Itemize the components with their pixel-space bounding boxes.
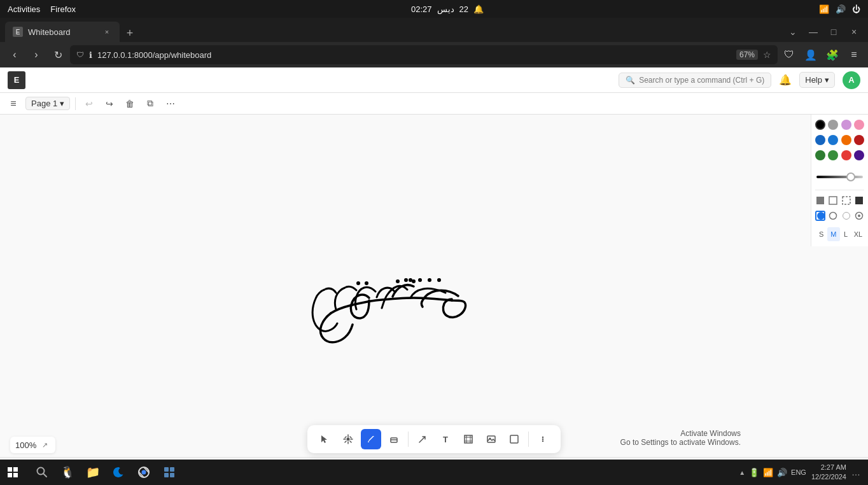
pen-tool-button[interactable] bbox=[361, 429, 381, 449]
color-green-dark[interactable] bbox=[815, 150, 825, 160]
back-button[interactable]: ‹ bbox=[5, 45, 24, 64]
time-display: 02:27 bbox=[411, 4, 432, 14]
power-icon[interactable]: ⏻ bbox=[852, 4, 860, 14]
svg-point-4 bbox=[356, 281, 360, 285]
shape-tool-button[interactable] bbox=[504, 429, 524, 449]
filled-square-button[interactable] bbox=[815, 195, 825, 206]
taskbar-files-button[interactable]: 📁 bbox=[81, 461, 104, 484]
nav-extras: 🛡 👤 🧩 ≡ bbox=[780, 46, 863, 64]
color-black[interactable] bbox=[815, 120, 825, 130]
avatar-button[interactable]: A bbox=[843, 71, 860, 89]
select-tool-button[interactable] bbox=[315, 429, 335, 449]
color-green[interactable] bbox=[828, 150, 838, 160]
svg-point-3 bbox=[437, 278, 441, 282]
help-chevron-icon: ▾ bbox=[825, 75, 829, 85]
page-info-icon: ℹ bbox=[89, 50, 92, 60]
outline-square-button[interactable] bbox=[828, 195, 838, 206]
circle-filled-button[interactable] bbox=[815, 211, 825, 221]
toolbar-menu-button[interactable]: ≡ bbox=[5, 95, 22, 112]
drawing-canvas bbox=[242, 242, 496, 356]
size-m-button[interactable]: M bbox=[827, 227, 839, 241]
window-controls: ⌄ — □ × bbox=[784, 23, 863, 42]
stroke-width-slider-container bbox=[815, 169, 864, 181]
taskbar-edge-button[interactable] bbox=[107, 461, 130, 484]
stroke-width-slider[interactable] bbox=[816, 176, 863, 178]
window-maximize-button[interactable]: □ bbox=[825, 23, 843, 41]
bell-icon[interactable]: 🔔 bbox=[473, 4, 484, 14]
extensions-button[interactable]: 🧩 bbox=[823, 46, 841, 64]
delete-button[interactable]: 🗑 bbox=[122, 95, 138, 112]
frame-tool-button[interactable] bbox=[458, 429, 479, 449]
redo-button[interactable]: ↪ bbox=[101, 95, 118, 112]
color-blue[interactable] bbox=[828, 135, 838, 145]
browser-chrome: E Whiteboard × + ⌄ — □ × ‹ › ↻ 🛡 ℹ 127.0… bbox=[0, 18, 868, 67]
svg-rect-23 bbox=[510, 435, 518, 443]
tab-close-button[interactable]: × bbox=[102, 27, 112, 37]
browser-tab-whiteboard[interactable]: E Whiteboard × bbox=[5, 22, 120, 42]
help-button[interactable]: Help ▾ bbox=[799, 72, 835, 88]
tray-lang-label: ENG bbox=[791, 468, 806, 476]
dashed-square-button[interactable] bbox=[841, 195, 851, 206]
more-tools-button[interactable] bbox=[533, 429, 553, 449]
pocket-button[interactable]: 🛡 bbox=[780, 46, 798, 64]
zoom-badge[interactable]: 67% bbox=[736, 50, 758, 60]
page-selector[interactable]: Page 1 ▾ bbox=[25, 97, 70, 110]
image-tool-button[interactable] bbox=[481, 429, 501, 449]
color-red-dark[interactable] bbox=[854, 135, 864, 145]
arrow-tool-button[interactable] bbox=[412, 429, 433, 449]
undo-button[interactable]: ↩ bbox=[81, 95, 97, 112]
color-purple-dark[interactable] bbox=[854, 150, 864, 160]
tab-title: Whiteboard bbox=[28, 27, 97, 37]
circle-thin-button[interactable] bbox=[841, 211, 851, 221]
new-tab-button[interactable]: + bbox=[121, 24, 139, 42]
svg-rect-32 bbox=[170, 467, 174, 472]
color-orange[interactable] bbox=[841, 135, 851, 145]
window-list-button[interactable]: ⌄ bbox=[784, 23, 802, 41]
taskbar-search-button[interactable] bbox=[31, 461, 53, 484]
size-l-button[interactable]: L bbox=[840, 227, 852, 241]
reload-button[interactable]: ↻ bbox=[48, 45, 67, 64]
dark-square-button[interactable] bbox=[854, 195, 864, 206]
zoom-expand-button[interactable]: ↗ bbox=[39, 439, 50, 451]
taskbar-items: 🐧 📁 bbox=[25, 461, 731, 484]
browser-menu-button[interactable]: ≡ bbox=[845, 46, 863, 64]
tray-up-arrow-icon[interactable]: ▲ bbox=[739, 469, 745, 476]
bookmark-star-icon[interactable]: ☆ bbox=[763, 50, 771, 60]
size-s-button[interactable]: S bbox=[815, 227, 827, 241]
tray-battery-icon: 🔋 bbox=[749, 468, 759, 477]
app-search-bar[interactable]: 🔍 Search or type a command (Ctrl + G) bbox=[619, 73, 771, 88]
window-minimize-button[interactable]: — bbox=[804, 23, 822, 41]
circle-dot-button[interactable] bbox=[854, 211, 864, 221]
color-gray[interactable] bbox=[828, 120, 838, 130]
taskbar-vmware-button[interactable] bbox=[158, 461, 181, 484]
taskbar-start-button[interactable] bbox=[0, 460, 25, 485]
more-button[interactable]: ⋯ bbox=[162, 95, 179, 112]
page-label: Page 1 bbox=[31, 99, 57, 108]
copy-button[interactable]: ⧉ bbox=[142, 95, 158, 112]
activities-label[interactable]: Activities bbox=[8, 4, 40, 14]
window-close-button[interactable]: × bbox=[845, 23, 863, 41]
svg-rect-34 bbox=[170, 473, 174, 477]
taskbar-tray-icons: ▲ 🔋 📶 🔊 ENG bbox=[739, 468, 806, 477]
address-bar[interactable]: 🛡 ℹ 127.0.0.1:8000/app/whiteboard 67% ☆ bbox=[70, 45, 778, 64]
pan-tool-button[interactable] bbox=[338, 429, 358, 449]
tray-volume-icon: 🔊 bbox=[777, 468, 787, 477]
forward-button[interactable]: › bbox=[27, 45, 46, 64]
color-purple-light[interactable] bbox=[841, 120, 851, 130]
clock-time: 2:27 AM bbox=[811, 463, 846, 472]
circle-outline-button[interactable] bbox=[828, 211, 838, 221]
color-blue-dark[interactable] bbox=[815, 135, 825, 145]
notification-bell-icon[interactable]: 🔔 bbox=[779, 74, 792, 86]
svg-rect-10 bbox=[829, 197, 837, 204]
app-logo: E bbox=[8, 71, 25, 89]
taskbar-linux-button[interactable]: 🐧 bbox=[56, 461, 79, 484]
profile-button[interactable]: 👤 bbox=[802, 46, 820, 64]
eraser-tool-button[interactable] bbox=[384, 429, 404, 449]
notification-dot[interactable]: … bbox=[851, 467, 860, 477]
size-xl-button[interactable]: XL bbox=[852, 227, 864, 241]
text-tool-button[interactable]: T bbox=[435, 429, 456, 449]
color-pink-light[interactable] bbox=[854, 120, 864, 130]
color-red[interactable] bbox=[841, 150, 851, 160]
taskbar-chrome-button[interactable] bbox=[132, 461, 155, 484]
svg-point-7 bbox=[404, 278, 408, 282]
